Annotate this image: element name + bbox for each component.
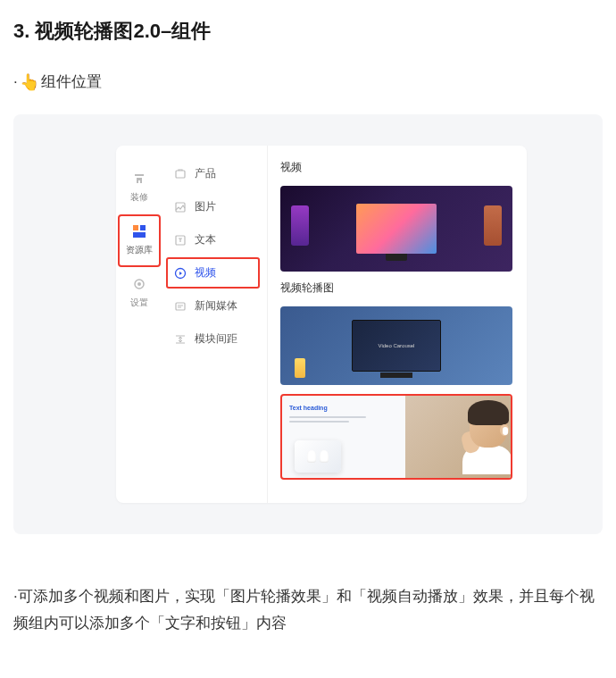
play-circle-icon (173, 266, 187, 280)
decorative-light (484, 205, 502, 246)
list-label: 产品 (195, 166, 216, 181)
preview-heading-video: 视频 (280, 160, 512, 175)
rail-item-decorate[interactable]: 装修 (118, 162, 161, 214)
rail-item-library[interactable]: 资源库 (118, 214, 161, 267)
product-icon (173, 167, 187, 181)
image-icon (173, 200, 187, 214)
svg-rect-1 (140, 225, 146, 230)
carousel-thumbnail-2[interactable]: Text heading (280, 394, 512, 480)
person-graphic (454, 401, 511, 474)
intro-text: 组件位置 (41, 71, 102, 92)
finger-down-icon: 👆 (20, 72, 39, 92)
brush-icon (131, 171, 147, 187)
left-rail: 装修 资源库 设置 (116, 146, 162, 503)
preview-heading-carousel: 视频轮播图 (280, 280, 512, 296)
list-label: 新闻媒体 (195, 298, 237, 314)
carousel-thumbnail-1[interactable]: Video Carousel (280, 306, 512, 385)
news-icon (173, 299, 187, 314)
section-title: 3. 视频轮播图2.0–组件 (13, 18, 603, 45)
decorative-light (291, 205, 309, 246)
svg-rect-5 (176, 171, 185, 178)
app-ui: 装修 资源库 设置 (116, 146, 527, 503)
rail-label: 装修 (130, 191, 148, 204)
svg-rect-2 (133, 232, 146, 238)
component-list: 产品 图片 文本 视频 (162, 146, 268, 503)
svg-point-4 (137, 282, 141, 286)
list-item-spacing[interactable]: 模块间距 (166, 323, 260, 355)
svg-rect-6 (176, 203, 185, 212)
svg-rect-0 (133, 225, 138, 230)
svg-rect-9 (176, 303, 185, 310)
video-thumbnail[interactable] (280, 186, 512, 272)
list-label: 文本 (195, 232, 216, 247)
grid-icon (131, 223, 147, 239)
list-label: 模块间距 (195, 331, 237, 347)
product-left-panel: Text heading (282, 396, 405, 478)
description-paragraph: ·可添加多个视频和图片，实现「图片轮播效果」和「视频自动播放」效果，并且每个视频… (13, 583, 603, 637)
product-heading-text: Text heading (289, 405, 398, 411)
list-item-text[interactable]: 文本 (166, 224, 260, 255)
screenshot-container: 装修 资源库 设置 (13, 114, 603, 534)
list-item-image[interactable]: 图片 (166, 191, 260, 222)
list-item-news[interactable]: 新闻媒体 (166, 290, 260, 322)
text-icon (173, 233, 187, 247)
intro-line: · 👆 组件位置 (13, 71, 603, 92)
phone-graphic (295, 358, 305, 378)
list-label: 图片 (195, 199, 216, 214)
rail-item-settings[interactable]: 设置 (118, 267, 161, 320)
description-text: 可添加多个视频和图片，实现「图片轮播效果」和「视频自动播放」效果，并且每个视频组… (13, 588, 595, 632)
monitor-graphic: Video Carousel (352, 320, 441, 372)
bullet-dot: · (13, 73, 18, 91)
carousel-monitor-text: Video Carousel (379, 343, 415, 348)
monitor-graphic (356, 204, 437, 254)
preview-area: 视频 视频轮播图 Video Carousel Text heading (268, 146, 527, 503)
earbuds-graphic (295, 440, 341, 473)
list-label: 视频 (195, 265, 216, 280)
text-lines (289, 416, 398, 423)
rail-label: 资源库 (126, 244, 153, 256)
rail-label: 设置 (130, 297, 148, 309)
list-item-product[interactable]: 产品 (166, 158, 260, 189)
list-item-video[interactable]: 视频 (166, 257, 260, 289)
gear-icon (131, 276, 147, 292)
spacing-icon (173, 332, 187, 347)
product-right-panel (405, 396, 511, 478)
